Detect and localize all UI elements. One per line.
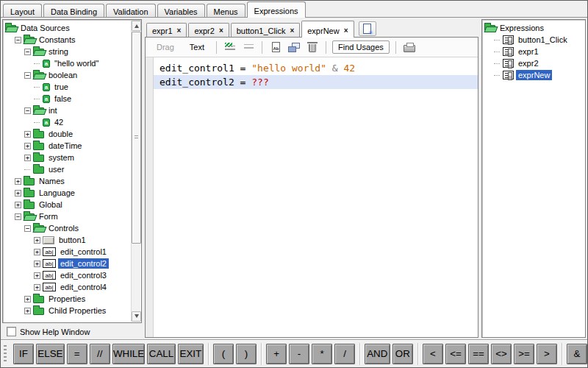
op-button-item[interactable]: > [537,344,557,364]
scrollbar-down-icon[interactable] [132,311,141,322]
top-tab-validation[interactable]: Validation [106,4,156,17]
top-tab-variables[interactable]: Variables [157,4,205,17]
op-button-item[interactable]: == [468,344,489,364]
scrollbar-up-icon[interactable] [132,21,141,31]
op-button-item[interactable]: ( [213,344,234,364]
op-button-item[interactable]: < [423,344,443,364]
code-editor[interactable]: edit_control1 = "hello world" & 42edit_c… [154,57,478,337]
tree-item-edit-control3[interactable]: +edit_control3 [4,269,130,281]
tree-scrollbar[interactable] [131,21,140,322]
op-button-item[interactable]: + [266,344,287,364]
expand-icon[interactable]: + [34,237,40,244]
editor-tab-exprnew[interactable]: exprNew× [301,21,354,38]
scrollbar-thumb[interactable] [132,32,141,244]
tree-item-expressions[interactable]: Expressions [483,22,584,34]
tree-item-edit-control2[interactable]: +edit_control2 [4,258,130,269]
op-button-else[interactable]: ELSE [36,344,65,364]
tree-item-language[interactable]: +Language [4,187,130,199]
code-line[interactable]: edit_control1 = "hello world" & 42 [154,61,478,75]
op-button-item[interactable]: // [90,344,110,364]
syntax-check-icon[interactable] [223,40,237,54]
toolbar-grip-icon[interactable] [4,345,7,363]
delete-icon[interactable] [305,40,320,54]
tree-item-double[interactable]: +double [4,128,130,140]
op-button-and[interactable]: AND [365,344,390,364]
tree-item-edit-control4[interactable]: +edit_control4 [4,281,130,293]
tree-item-button1-click[interactable]: button1_Click [483,34,584,46]
tree-item-datetime[interactable]: +dateTime [4,140,130,152]
op-button-item[interactable]: <= [445,344,466,364]
top-tab-expressions[interactable]: Expressions [247,1,306,18]
editor-tab-button1-click[interactable]: button1_Click× [231,23,301,37]
expand-icon[interactable]: + [24,143,31,149]
op-button-item[interactable]: >= [514,344,534,364]
show-help-checkbox[interactable] [7,327,16,336]
close-tab-icon[interactable]: × [177,27,182,35]
expand-icon[interactable]: + [24,308,31,314]
expand-icon[interactable]: + [15,202,21,208]
tree-item-properties[interactable]: +Properties [4,293,130,305]
expand-icon[interactable]: + [15,190,21,197]
expand-icon[interactable]: + [34,272,40,279]
op-button-item[interactable]: - [289,344,309,364]
tree-item-user[interactable]: user [4,163,130,175]
op-button-item[interactable]: <> [491,344,512,364]
collapse-icon[interactable]: − [15,213,21,220]
collapse-icon[interactable]: − [15,37,21,43]
op-button-exit[interactable]: EXIT [178,344,204,364]
tree-item-controls[interactable]: −Controls [4,222,130,234]
collapse-icon[interactable]: − [24,225,31,232]
expand-icon[interactable]: + [34,284,40,291]
op-button-or[interactable]: OR [392,344,414,364]
tree-item-hello-world[interactable]: "hello world" [4,57,130,69]
tree-item-system[interactable]: +system [4,152,130,163]
op-button-call[interactable]: CALL [147,344,175,364]
tree-item-string[interactable]: −string [4,46,130,57]
op-button-item[interactable]: ) [236,344,257,364]
expressions-tree[interactable]: Expressionsbutton1_Clickexpr1expr2exprNe… [481,19,586,338]
op-button-item[interactable]: / [334,344,355,364]
new-expression-button[interactable] [359,21,376,36]
op-button-item[interactable]: = [67,344,87,364]
expand-icon[interactable]: + [15,178,21,185]
align-lines-icon[interactable] [241,40,256,54]
rename-icon[interactable] [268,40,283,54]
structure-icon[interactable] [287,40,301,54]
op-button-while[interactable]: WHILE [112,344,146,364]
text-mode-button[interactable]: Text [184,41,210,53]
print-icon[interactable] [402,40,417,54]
tree-item-child-properties[interactable]: +Child Properties [4,305,130,316]
editor-tab-expr2[interactable]: expr2× [188,23,229,37]
tree-item-form[interactable]: −Form [4,210,130,222]
tree-item-edit-control1[interactable]: +edit_control1 [4,246,130,258]
close-tab-icon[interactable]: × [290,27,294,35]
tree-item-data-sources[interactable]: Data Sources [4,22,130,34]
data-sources-tree[interactable]: Data Sources−Constants−string"hello worl… [2,19,142,323]
collapse-icon[interactable]: − [24,49,31,55]
tree-item-global[interactable]: +Global [4,199,130,210]
tree-item-button1[interactable]: +button1 [4,234,130,246]
top-tab-menus[interactable]: Menus [207,4,245,17]
tree-item-false[interactable]: false [4,93,130,105]
collapse-icon[interactable]: − [24,107,31,114]
op-button-item[interactable]: * [312,344,332,364]
code-line[interactable]: edit_control2 = ??? [154,75,478,89]
close-tab-icon[interactable]: × [219,27,223,35]
editor-tab-expr1[interactable]: expr1× [146,23,187,37]
expand-icon[interactable]: + [24,155,31,161]
top-tab-layout[interactable]: Layout [3,4,42,17]
expand-icon[interactable]: + [24,131,31,138]
tree-item-boolean[interactable]: −boolean [4,69,130,81]
tree-item-true[interactable]: true [4,81,130,93]
tree-item-42[interactable]: 42 [4,116,130,128]
op-button-item[interactable]: & [567,344,587,364]
expand-icon[interactable]: + [34,261,40,267]
tree-item-constants[interactable]: −Constants [4,34,130,46]
close-tab-icon[interactable]: × [344,27,348,35]
find-usages-button[interactable]: Find Usages [332,40,390,54]
tree-item-names[interactable]: +Names [4,175,130,187]
expand-icon[interactable]: + [24,296,31,302]
tree-item-expr1[interactable]: expr1 [483,46,584,57]
tree-item-expr2[interactable]: expr2 [483,57,584,69]
collapse-icon[interactable]: − [24,72,31,79]
